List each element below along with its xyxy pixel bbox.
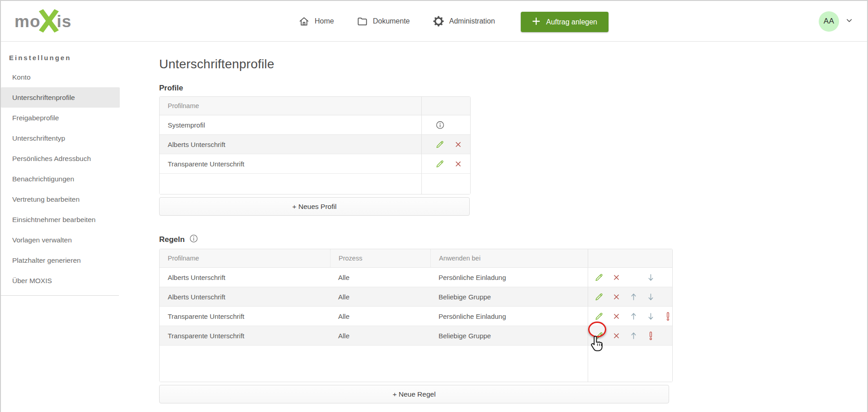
delete-icon[interactable] xyxy=(612,331,621,341)
move-up-icon[interactable] xyxy=(629,292,638,302)
move-down-icon[interactable] xyxy=(646,311,655,321)
window-edge-top xyxy=(0,0,868,1)
folder-icon xyxy=(357,16,368,27)
move-down-icon[interactable] xyxy=(646,272,655,282)
prozess-cell: Alle xyxy=(330,287,430,307)
nav-item-administration[interactable]: Administration xyxy=(433,15,495,27)
table-row: Transparente Unterschrift Alle Persönlic… xyxy=(160,307,672,326)
sidebar-item-konto[interactable]: Konto xyxy=(1,67,120,87)
table-row: Alberts Unterschrift Alle Beliebige Grup… xyxy=(160,287,672,307)
table-row: Alberts Unterschrift Alle Persönliche Ei… xyxy=(160,268,672,287)
column-header-profilname: Profilname xyxy=(160,249,330,268)
column-header-actions xyxy=(588,249,672,268)
column-header-prozess: Prozess xyxy=(330,249,430,268)
profiles-table: Profilname Systemprofil Alberts Untersch… xyxy=(159,96,471,194)
nav-item-home[interactable]: Home xyxy=(298,16,334,27)
priority-icon[interactable] xyxy=(646,331,655,341)
plus-icon xyxy=(532,17,540,27)
table-row: Systemprofil xyxy=(160,115,470,135)
edit-icon[interactable] xyxy=(594,311,604,321)
settings-sidebar: Einstellungen Konto Unterschriftenprofil… xyxy=(1,42,120,296)
sidebar-item-vertretung-bearbeiten[interactable]: Vertretung bearbeiten xyxy=(1,189,120,209)
sidebar-item-vorlagen-verwalten[interactable]: Vorlagen verwalten xyxy=(1,230,120,250)
edit-icon[interactable] xyxy=(435,159,444,169)
anwenden-bei-cell: Beliebige Gruppe xyxy=(430,326,588,346)
logo-x-icon xyxy=(38,9,59,33)
table-header-row: Profilname xyxy=(160,97,470,115)
home-icon xyxy=(298,16,310,27)
edit-icon[interactable] xyxy=(594,292,604,302)
priority-icon[interactable] xyxy=(663,311,672,321)
main-nav: Home Dokumente xyxy=(298,1,495,42)
icon-placeholder xyxy=(629,272,638,282)
avatar: AA xyxy=(819,11,839,32)
rules-table: Profilname Prozess Anwenden bei Alberts … xyxy=(159,249,673,382)
delete-icon[interactable] xyxy=(453,159,462,169)
sidebar-item-persoenliches-adressbuch[interactable]: Persönliches Adressbuch xyxy=(1,148,120,169)
column-header-profilname: Profilname xyxy=(160,97,421,115)
gear-icon xyxy=(433,15,444,27)
edit-icon[interactable] xyxy=(594,272,604,282)
column-header-anwenden-bei: Anwenden bei xyxy=(430,249,588,268)
sidebar-item-freigabeprofile[interactable]: Freigabeprofile xyxy=(1,108,120,128)
column-header-actions xyxy=(421,97,470,115)
sidebar-heading: Einstellungen xyxy=(9,54,120,62)
empty-row xyxy=(160,346,672,382)
nav-label: Home xyxy=(315,17,334,25)
anwenden-bei-cell: Persönliche Einladung xyxy=(430,268,588,287)
table-row: Transparente Unterschrift Alle Beliebige… xyxy=(160,326,672,346)
sidebar-item-benachrichtigungen[interactable]: Benachrichtigungen xyxy=(1,169,120,189)
sidebar-item-ueber-moxis[interactable]: Über MOXIS xyxy=(1,270,120,291)
table-header-row: Profilname Prozess Anwenden bei xyxy=(160,249,672,268)
profilname-cell: Alberts Unterschrift xyxy=(160,268,330,287)
create-order-button[interactable]: Auftrag anlegen xyxy=(521,12,609,32)
nav-label: Administration xyxy=(449,17,495,25)
empty-row xyxy=(160,174,470,194)
nav-item-dokumente[interactable]: Dokumente xyxy=(357,16,410,27)
profiles-section-heading: Profile xyxy=(159,84,673,93)
info-icon[interactable] xyxy=(189,234,198,245)
move-up-icon[interactable] xyxy=(629,331,638,341)
info-icon[interactable] xyxy=(435,120,444,130)
logo-text-left: mo xyxy=(14,13,41,30)
profilname-cell: Transparente Unterschrift xyxy=(160,307,330,326)
moxis-settings-page: mo is Home xyxy=(0,0,868,412)
table-row: Alberts Unterschrift xyxy=(160,135,470,154)
main-content: Unterschriftenprofile Profile Profilname… xyxy=(159,42,673,403)
nav-label: Dokumente xyxy=(373,17,410,25)
user-menu[interactable]: AA xyxy=(819,1,853,42)
add-profile-button[interactable]: + Neues Profil xyxy=(159,197,470,216)
add-rule-button[interactable]: + Neue Regel xyxy=(159,385,669,403)
move-down-icon[interactable] xyxy=(646,292,655,302)
window-edge-left xyxy=(0,0,1,412)
table-row: Transparente Unterschrift xyxy=(160,154,470,174)
prozess-cell: Alle xyxy=(330,268,430,287)
anwenden-bei-cell: Persönliche Einladung xyxy=(430,307,588,326)
top-navigation-bar: mo is Home xyxy=(1,1,867,42)
edit-icon[interactable] xyxy=(435,139,444,149)
profilname-cell: Alberts Unterschrift xyxy=(160,287,330,307)
profilname-cell: Systemprofil xyxy=(160,115,421,135)
sidebar-item-einsichtnehmer-bearbeiten[interactable]: Einsichtnehmer bearbeiten xyxy=(1,209,120,230)
delete-icon[interactable] xyxy=(453,139,462,149)
sidebar-divider xyxy=(1,295,119,296)
delete-icon[interactable] xyxy=(612,311,621,321)
prozess-cell: Alle xyxy=(330,326,430,346)
sidebar-item-unterschriftentyp[interactable]: Unterschriftentyp xyxy=(1,128,120,148)
profilname-cell: Transparente Unterschrift xyxy=(160,326,330,346)
sidebar-item-unterschriftenprofile[interactable]: Unterschriftenprofile xyxy=(1,87,120,108)
sidebar-item-platzhalter-generieren[interactable]: Platzhalter generieren xyxy=(1,250,120,270)
sidebar-list: Konto Unterschriftenprofile Freigabeprof… xyxy=(1,67,120,291)
profilname-cell: Alberts Unterschrift xyxy=(160,135,421,154)
rules-heading-label: Regeln xyxy=(159,235,185,244)
page-title: Unterschriftenprofile xyxy=(159,57,673,71)
delete-icon[interactable] xyxy=(612,272,621,282)
move-up-icon[interactable] xyxy=(629,311,638,321)
delete-icon[interactable] xyxy=(612,292,621,302)
moxis-logo[interactable]: mo is xyxy=(14,9,71,33)
chevron-down-icon xyxy=(846,17,853,26)
edit-icon[interactable] xyxy=(594,331,604,341)
prozess-cell: Alle xyxy=(330,307,430,326)
rules-section-heading: Regeln xyxy=(159,234,673,245)
create-order-label: Auftrag anlegen xyxy=(546,18,597,26)
